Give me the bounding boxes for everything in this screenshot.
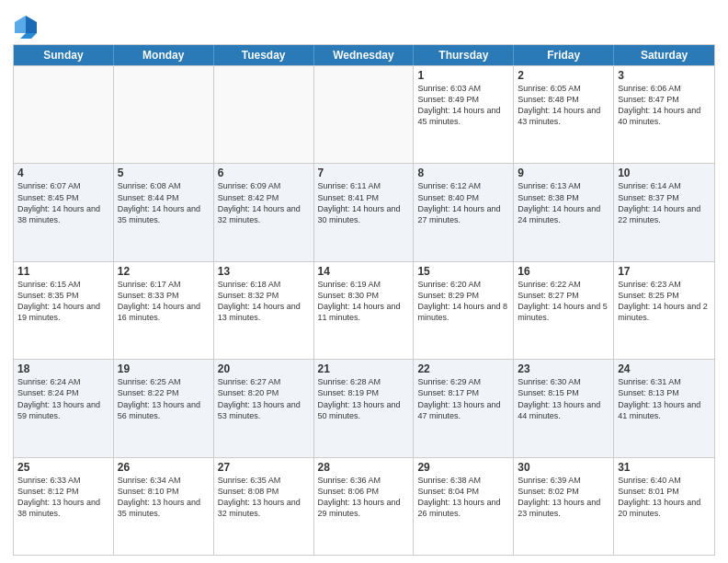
day-info: Sunrise: 6:35 AM Sunset: 8:08 PM Dayligh… xyxy=(218,475,310,520)
day-cell-17: 17Sunrise: 6:23 AM Sunset: 8:25 PM Dayli… xyxy=(614,262,714,359)
calendar-header: SundayMondayTuesdayWednesdayThursdayFrid… xyxy=(14,45,714,65)
day-cell-21: 21Sunrise: 6:28 AM Sunset: 8:19 PM Dayli… xyxy=(314,360,415,456)
empty-cell xyxy=(14,66,114,163)
day-number: 11 xyxy=(17,265,109,278)
day-number: 29 xyxy=(417,461,509,474)
day-number: 7 xyxy=(318,167,410,179)
calendar-body: 1Sunrise: 6:03 AM Sunset: 8:49 PM Daylig… xyxy=(14,65,714,555)
day-cell-27: 27Sunrise: 6:35 AM Sunset: 8:08 PM Dayli… xyxy=(214,458,314,555)
day-number: 9 xyxy=(518,167,609,179)
calendar-row-1: 4Sunrise: 6:07 AM Sunset: 8:45 PM Daylig… xyxy=(14,163,714,260)
day-cell-13: 13Sunrise: 6:18 AM Sunset: 8:32 PM Dayli… xyxy=(214,262,314,359)
day-number: 18 xyxy=(17,362,109,375)
day-number: 27 xyxy=(218,461,310,474)
header-day-monday: Monday xyxy=(114,45,214,65)
day-info: Sunrise: 6:27 AM Sunset: 8:20 PM Dayligh… xyxy=(218,376,310,421)
day-cell-26: 26Sunrise: 6:34 AM Sunset: 8:10 PM Dayli… xyxy=(114,458,214,555)
day-info: Sunrise: 6:11 AM Sunset: 8:41 PM Dayligh… xyxy=(318,180,410,225)
logo xyxy=(13,13,40,39)
day-info: Sunrise: 6:08 AM Sunset: 8:44 PM Dayligh… xyxy=(118,180,210,225)
day-cell-2: 2Sunrise: 6:05 AM Sunset: 8:48 PM Daylig… xyxy=(514,66,614,163)
logo-icon xyxy=(13,13,39,39)
day-number: 21 xyxy=(318,362,410,375)
day-info: Sunrise: 6:36 AM Sunset: 8:06 PM Dayligh… xyxy=(318,475,410,520)
day-info: Sunrise: 6:03 AM Sunset: 8:49 PM Dayligh… xyxy=(417,83,509,128)
day-number: 26 xyxy=(118,461,210,474)
day-cell-5: 5Sunrise: 6:08 AM Sunset: 8:44 PM Daylig… xyxy=(114,164,214,260)
day-cell-29: 29Sunrise: 6:38 AM Sunset: 8:04 PM Dayli… xyxy=(414,458,514,555)
day-cell-16: 16Sunrise: 6:22 AM Sunset: 8:27 PM Dayli… xyxy=(514,262,614,359)
day-cell-12: 12Sunrise: 6:17 AM Sunset: 8:33 PM Dayli… xyxy=(114,262,214,359)
day-cell-9: 9Sunrise: 6:13 AM Sunset: 8:38 PM Daylig… xyxy=(514,164,614,260)
day-number: 30 xyxy=(518,461,609,474)
empty-cell xyxy=(214,66,314,163)
day-info: Sunrise: 6:40 AM Sunset: 8:01 PM Dayligh… xyxy=(618,475,711,520)
header-day-saturday: Saturday xyxy=(614,45,714,65)
day-number: 19 xyxy=(118,362,210,375)
day-cell-8: 8Sunrise: 6:12 AM Sunset: 8:40 PM Daylig… xyxy=(414,164,514,260)
day-cell-23: 23Sunrise: 6:30 AM Sunset: 8:15 PM Dayli… xyxy=(514,360,614,456)
day-info: Sunrise: 6:19 AM Sunset: 8:30 PM Dayligh… xyxy=(318,279,410,324)
day-cell-20: 20Sunrise: 6:27 AM Sunset: 8:20 PM Dayli… xyxy=(214,360,314,456)
day-number: 3 xyxy=(618,69,711,82)
day-cell-10: 10Sunrise: 6:14 AM Sunset: 8:37 PM Dayli… xyxy=(614,164,714,260)
day-cell-24: 24Sunrise: 6:31 AM Sunset: 8:13 PM Dayli… xyxy=(614,360,714,456)
day-info: Sunrise: 6:17 AM Sunset: 8:33 PM Dayligh… xyxy=(118,279,210,324)
day-number: 28 xyxy=(318,461,410,474)
day-number: 10 xyxy=(618,167,711,179)
day-cell-25: 25Sunrise: 6:33 AM Sunset: 8:12 PM Dayli… xyxy=(14,458,114,555)
day-number: 13 xyxy=(218,265,310,278)
day-info: Sunrise: 6:15 AM Sunset: 8:35 PM Dayligh… xyxy=(17,279,109,324)
day-number: 16 xyxy=(518,265,609,278)
calendar-row-2: 11Sunrise: 6:15 AM Sunset: 8:35 PM Dayli… xyxy=(14,261,714,359)
day-info: Sunrise: 6:23 AM Sunset: 8:25 PM Dayligh… xyxy=(618,279,711,324)
day-number: 1 xyxy=(417,69,509,82)
day-info: Sunrise: 6:05 AM Sunset: 8:48 PM Dayligh… xyxy=(518,83,609,128)
day-info: Sunrise: 6:07 AM Sunset: 8:45 PM Dayligh… xyxy=(17,180,109,225)
day-info: Sunrise: 6:33 AM Sunset: 8:12 PM Dayligh… xyxy=(17,475,109,520)
day-number: 23 xyxy=(518,362,609,375)
page: SundayMondayTuesdayWednesdayThursdayFrid… xyxy=(0,0,728,563)
day-number: 4 xyxy=(17,167,109,179)
day-info: Sunrise: 6:12 AM Sunset: 8:40 PM Dayligh… xyxy=(417,180,509,225)
day-info: Sunrise: 6:30 AM Sunset: 8:15 PM Dayligh… xyxy=(518,376,609,421)
header-day-sunday: Sunday xyxy=(14,45,114,65)
day-number: 25 xyxy=(17,461,109,474)
day-number: 31 xyxy=(618,461,711,474)
day-number: 2 xyxy=(518,69,609,82)
day-cell-3: 3Sunrise: 6:06 AM Sunset: 8:47 PM Daylig… xyxy=(614,66,714,163)
day-cell-30: 30Sunrise: 6:39 AM Sunset: 8:02 PM Dayli… xyxy=(514,458,614,555)
empty-cell xyxy=(314,66,415,163)
header-day-thursday: Thursday xyxy=(414,45,514,65)
calendar-row-0: 1Sunrise: 6:03 AM Sunset: 8:49 PM Daylig… xyxy=(14,65,714,163)
day-info: Sunrise: 6:24 AM Sunset: 8:24 PM Dayligh… xyxy=(17,376,109,421)
day-cell-31: 31Sunrise: 6:40 AM Sunset: 8:01 PM Dayli… xyxy=(614,458,714,555)
calendar-row-4: 25Sunrise: 6:33 AM Sunset: 8:12 PM Dayli… xyxy=(14,457,714,555)
calendar: SundayMondayTuesdayWednesdayThursdayFrid… xyxy=(13,44,715,556)
day-info: Sunrise: 6:14 AM Sunset: 8:37 PM Dayligh… xyxy=(618,180,711,225)
header-day-tuesday: Tuesday xyxy=(214,45,314,65)
day-cell-6: 6Sunrise: 6:09 AM Sunset: 8:42 PM Daylig… xyxy=(214,164,314,260)
day-cell-19: 19Sunrise: 6:25 AM Sunset: 8:22 PM Dayli… xyxy=(114,360,214,456)
header-day-wednesday: Wednesday xyxy=(314,45,415,65)
day-number: 14 xyxy=(318,265,410,278)
day-cell-7: 7Sunrise: 6:11 AM Sunset: 8:41 PM Daylig… xyxy=(314,164,415,260)
day-cell-1: 1Sunrise: 6:03 AM Sunset: 8:49 PM Daylig… xyxy=(414,66,514,163)
day-cell-15: 15Sunrise: 6:20 AM Sunset: 8:29 PM Dayli… xyxy=(414,262,514,359)
day-info: Sunrise: 6:06 AM Sunset: 8:47 PM Dayligh… xyxy=(618,83,711,128)
day-info: Sunrise: 6:39 AM Sunset: 8:02 PM Dayligh… xyxy=(518,475,609,520)
empty-cell xyxy=(114,66,214,163)
day-info: Sunrise: 6:28 AM Sunset: 8:19 PM Dayligh… xyxy=(318,376,410,421)
day-info: Sunrise: 6:18 AM Sunset: 8:32 PM Dayligh… xyxy=(218,279,310,324)
day-info: Sunrise: 6:25 AM Sunset: 8:22 PM Dayligh… xyxy=(118,376,210,421)
day-number: 8 xyxy=(417,167,509,179)
day-info: Sunrise: 6:34 AM Sunset: 8:10 PM Dayligh… xyxy=(118,475,210,520)
day-number: 5 xyxy=(118,167,210,179)
day-cell-22: 22Sunrise: 6:29 AM Sunset: 8:17 PM Dayli… xyxy=(414,360,514,456)
day-number: 15 xyxy=(417,265,509,278)
day-number: 17 xyxy=(618,265,711,278)
day-info: Sunrise: 6:22 AM Sunset: 8:27 PM Dayligh… xyxy=(518,279,609,324)
day-number: 24 xyxy=(618,362,711,375)
day-info: Sunrise: 6:13 AM Sunset: 8:38 PM Dayligh… xyxy=(518,180,609,225)
day-number: 22 xyxy=(417,362,509,375)
